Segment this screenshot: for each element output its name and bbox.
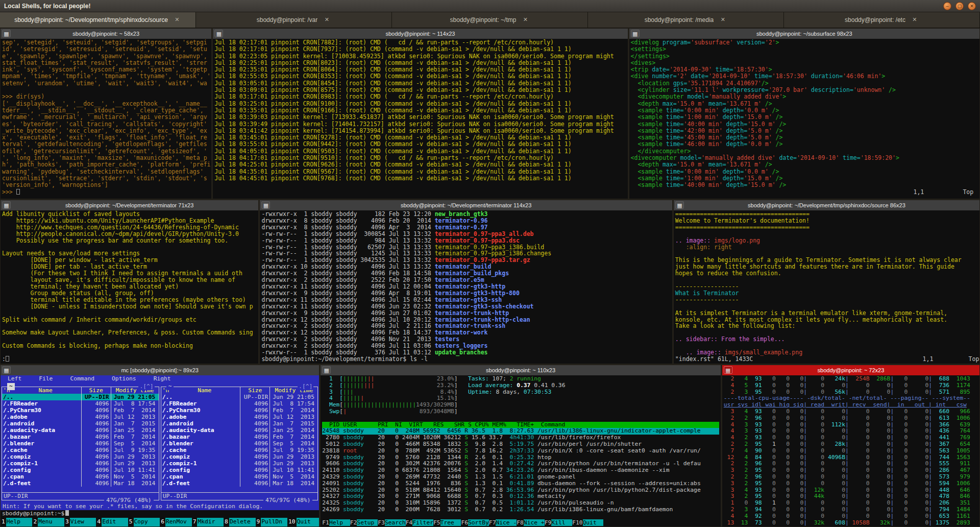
- pane-titlebar[interactable]: ▦sboddy@pinpoint: ~/subsurface 98x23: [629, 29, 979, 39]
- mc-file-row[interactable]: /.compiz-14096Jun 29 2013: [2, 460, 159, 467]
- tab-bar: sboddy@pinpoint: ~/Development/tmp/sphin…: [0, 12, 980, 28]
- window-titlebar[interactable]: Local Shells, for local people! –▢✕: [0, 0, 980, 12]
- mc-menu-options[interactable]: Options: [112, 376, 136, 383]
- terminal-group-icon[interactable]: ▦: [631, 30, 640, 37]
- mc-key-copy[interactable]: 5Copy: [128, 518, 160, 526]
- mc-file-row[interactable]: /.d-feet4096Mar 18 2014: [2, 480, 159, 487]
- pane-titlebar-focused[interactable]: ▦sboddy@pinpoint: ~ 72x23: [722, 365, 979, 375]
- pane-titlebar[interactable]: ▦mc [sboddy@pinpoint]:~ 89x23: [1, 365, 319, 375]
- mc-file-row[interactable]: /.adobe4096Jul 12 2013: [2, 414, 159, 420]
- mc-key-mkdir[interactable]: 7Mkdir: [192, 518, 224, 526]
- mc-file-row[interactable]: /.d-feet4096Mar 18 2014: [161, 480, 318, 487]
- tab-close-icon[interactable]: ✕: [173, 16, 181, 24]
- tab-3[interactable]: sboddy@pinpoint: ~/tmp✕: [392, 12, 588, 28]
- terminal-group-icon[interactable]: ▦: [2, 366, 11, 374]
- mc-file-row[interactable]: /.PyCharm304096Feb 7 2014: [2, 407, 159, 414]
- mc-key-edit[interactable]: 4Edit: [96, 518, 128, 526]
- mc-file-row[interactable]: /.compiz-14096Jun 29 2013: [161, 460, 318, 467]
- maximize-button[interactable]: ▢: [955, 2, 964, 10]
- pane-dstat: ▦sboddy@pinpoint: ~ 72x23 2 4 93 0 0 0| …: [722, 365, 979, 526]
- mc-menu-left[interactable]: Left: [8, 376, 21, 383]
- terminal-line: >>>: [2, 189, 210, 196]
- terminal-dstat[interactable]: 2 4 93 0 0 0| 0 24k| 254B 286B| 0 0| 688…: [722, 375, 979, 526]
- mc-file-row[interactable]: /.cache4096Jul 9 19:35: [2, 447, 159, 453]
- terminal-notes[interactable]: Add libunity quicklist of saved layouts …: [1, 210, 258, 364]
- mc-command-line[interactable]: sboddy@pinpoint:~$: [1, 510, 319, 518]
- terminal-vim-rst[interactable]: ======================================We…: [674, 210, 979, 364]
- mc-file-row[interactable]: /.blender4096Sep 5 2014: [2, 440, 159, 447]
- mc-column-headers[interactable]: 'nNameSizeModify time: [2, 387, 159, 394]
- mc-right-panel: ~ .[^]'nNameSizeModify time/..UP--DIRJun…: [161, 387, 318, 500]
- mc-file-row[interactable]: /.config4096Jul 10 11:41: [161, 467, 318, 473]
- mc-hint: Hint: If you want to see your .* files, …: [1, 502, 319, 510]
- mc-file-row[interactable]: /.FBReader4096Jul 8 17:54: [161, 400, 318, 407]
- mc-file-row[interactable]: /..UP--DIRJun 29 21:05: [161, 394, 318, 400]
- mc-file-row[interactable]: /.bazaar4096Feb 7 2014: [2, 434, 159, 440]
- terminal-group-icon[interactable]: ▦: [214, 30, 223, 37]
- mc-panel-path[interactable]: ~: [166, 383, 174, 390]
- mc-key-quit[interactable]: 10Quit: [287, 518, 319, 526]
- terminal-vim-xml[interactable]: <divelog program='subsurface' version='2…: [629, 39, 979, 199]
- terminal-python[interactable]: sep', 'setegid', 'seteuid', 'setgid', 's…: [1, 39, 211, 199]
- pane-titlebar[interactable]: ▦sboddy@pinpoint: ~ 58x23: [1, 29, 211, 39]
- mc-file-row[interactable]: /.audacity-data4096Jan 25 2014: [2, 427, 159, 434]
- mc-file-row[interactable]: /.PyCharm304096Feb 7 2014: [161, 407, 318, 414]
- tab-close-icon[interactable]: ✕: [323, 16, 331, 24]
- tab-1[interactable]: sboddy@pinpoint: ~/Development/tmp/sphin…: [0, 12, 196, 28]
- tab-close-icon[interactable]: ✕: [521, 16, 529, 24]
- mc-file-row[interactable]: /.cpan4096Nov 5 2014: [2, 473, 159, 480]
- pane-titlebar[interactable]: ▦sboddy@pinpoint: ~/Development/terminat…: [260, 200, 672, 210]
- mc-file-row[interactable]: /.cache4096Jul 9 19:35: [161, 447, 318, 453]
- mc-file-row[interactable]: /.android4096Jan 7 2015: [2, 420, 159, 427]
- mc-column-headers[interactable]: 'nNameSizeModify time: [161, 387, 318, 394]
- terminal-syslog[interactable]: Jul 18 02:17:01 pinpoint CRON[7882]: (ro…: [213, 39, 627, 199]
- mc-file-row[interactable]: /.config4096Jul 10 11:41: [2, 467, 159, 473]
- mc-file-row[interactable]: /..UP--DIRJun 29 21:05: [2, 394, 159, 400]
- pane-titlebar[interactable]: ▦sboddy@pinpoint: ~/Development/terminat…: [1, 200, 258, 210]
- mc-panel-path[interactable]: ~: [7, 383, 15, 390]
- tab-close-icon[interactable]: ✕: [911, 16, 919, 24]
- mc-key-menu[interactable]: 2Menu: [32, 518, 64, 526]
- terminal-group-icon[interactable]: ▦: [322, 366, 331, 374]
- terminal-htop[interactable]: 1 [||||||||| 23.0%] Tasks: 107; 2 runnin…: [321, 375, 721, 526]
- mc-menu-command[interactable]: Command: [70, 376, 94, 383]
- mc-panel-corner-icon[interactable]: .[^]: [138, 383, 154, 390]
- tab-4[interactable]: sboddy@pinpoint: /media✕: [588, 12, 784, 28]
- mc-key-renmov[interactable]: 6RenMov: [160, 518, 191, 526]
- terminal-ls[interactable]: -rwxrwxr-x 1 sboddy sboddy 182 Feb 23 12…: [260, 210, 672, 364]
- mc-file-row[interactable]: /.compiz4096Jun 29 2013: [161, 453, 318, 460]
- terminal-line: <sample time='46:00 min' depth='0.0 m' /…: [631, 141, 978, 148]
- mc-key-pulldn[interactable]: 9PullDn: [256, 518, 287, 526]
- terminal-group-icon[interactable]: ▦: [2, 201, 11, 209]
- pane-titlebar[interactable]: ▦sboddy@pinpoint: ~/Development/tmp/sphi…: [674, 200, 979, 210]
- mc-file-row[interactable]: /.bazaar4096Feb 7 2014: [161, 434, 318, 440]
- mc-file-row[interactable]: /.cpan4096Nov 5 2014: [161, 473, 318, 480]
- pane-titlebar[interactable]: ▦sboddy@pinpoint: ~ 114x23: [213, 29, 627, 39]
- tab-close-icon[interactable]: ✕: [719, 16, 727, 24]
- mc-file-row[interactable]: /.blender4096Sep 5 2014: [161, 440, 318, 447]
- terminal-group-icon[interactable]: ▦: [261, 201, 270, 209]
- mc-file-row[interactable]: /.android4096Jan 7 2015: [161, 420, 318, 427]
- terminal-line: <dives>: [631, 60, 978, 66]
- minimize-button[interactable]: –: [943, 2, 951, 10]
- terminal-group-icon[interactable]: ▦: [724, 366, 732, 374]
- terminal-line: <sample time='0:00 min' depth='0.0 m' />: [631, 107, 978, 114]
- mc-key-help[interactable]: 1Help: [1, 518, 32, 526]
- mc-panel-corner-icon[interactable]: .[^]: [298, 383, 313, 390]
- terminal-group-icon[interactable]: ▦: [2, 30, 11, 37]
- close-button[interactable]: ✕: [968, 2, 976, 10]
- mc-key-view[interactable]: 3View: [64, 518, 96, 526]
- terminal-group-icon[interactable]: ▦: [675, 201, 684, 209]
- terminal-line: >>> dir(sys): [2, 93, 210, 100]
- tab-5[interactable]: sboddy@pinpoint: /etc✕: [784, 12, 980, 28]
- mc-file-row[interactable]: /.adobe4096Jul 12 2013: [161, 414, 318, 420]
- tab-2[interactable]: sboddy@pinpoint: /var✕: [196, 12, 392, 28]
- mc-key-delete[interactable]: 8Delete: [224, 518, 255, 526]
- mc-menu-right[interactable]: Right: [154, 376, 171, 383]
- mc-menu-file[interactable]: File: [39, 376, 53, 383]
- mc-file-row[interactable]: /.compiz4096Jun 29 2013: [2, 453, 159, 460]
- terminal-mc[interactable]: LeftFileCommandOptionsRight ~ .[^]'nName…: [1, 375, 319, 526]
- mc-file-row[interactable]: /.FBReader4096Jul 8 17:54: [2, 400, 159, 407]
- mc-file-row[interactable]: /.audacity-data4096Jan 25 2014: [161, 427, 318, 434]
- pane-titlebar[interactable]: ▦sboddy@pinpoint: ~ 110x23: [321, 365, 721, 375]
